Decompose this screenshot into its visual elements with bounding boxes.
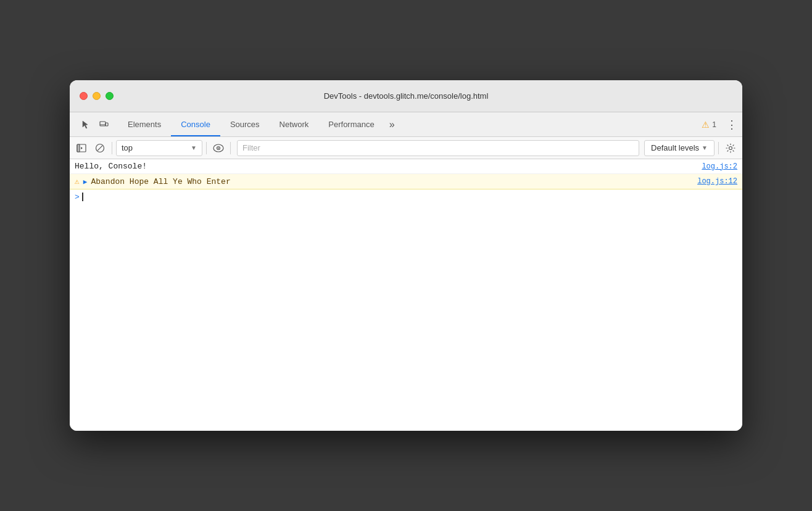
console-toolbar: top ▼ Default levels ▼ bbox=[70, 137, 742, 159]
console-warning-source[interactable]: log.js:12 bbox=[697, 177, 737, 186]
clear-console-button[interactable] bbox=[92, 140, 108, 156]
console-log-text: Hello, Console! bbox=[75, 162, 147, 171]
sidebar-toggle-button[interactable] bbox=[73, 140, 89, 156]
levels-dropdown[interactable]: Default levels ▼ bbox=[644, 140, 715, 156]
titlebar: DevTools - devtools.glitch.me/console/lo… bbox=[70, 80, 742, 112]
console-log-content: Hello, Console! bbox=[75, 162, 702, 171]
warning-icon: ⚠ bbox=[702, 120, 710, 130]
console-warning-content: ⚠ ▶ Abandon Hope All Ye Who Enter bbox=[75, 177, 697, 186]
toolbar-separator-3 bbox=[230, 142, 231, 154]
devtools-icon-group bbox=[72, 112, 118, 136]
devtools-tabs-bar: Elements Console Sources Network Perform… bbox=[70, 112, 742, 137]
console-prompt: > bbox=[75, 193, 80, 202]
more-tabs-button[interactable]: » bbox=[384, 112, 400, 136]
toolbar-separator-2 bbox=[206, 142, 207, 154]
warning-triangle-icon: ⚠ bbox=[75, 177, 80, 186]
filter-input[interactable] bbox=[237, 140, 639, 156]
console-cursor bbox=[82, 193, 83, 201]
tab-performance[interactable]: Performance bbox=[318, 112, 384, 136]
console-settings-button[interactable] bbox=[723, 140, 739, 156]
svg-point-10 bbox=[218, 147, 219, 149]
device-icon-btn[interactable] bbox=[96, 116, 113, 133]
console-input-line[interactable]: > bbox=[70, 189, 742, 204]
window-title: DevTools - devtools.glitch.me/console/lo… bbox=[324, 91, 489, 101]
toolbar-separator bbox=[112, 142, 112, 154]
svg-line-7 bbox=[97, 146, 102, 151]
warning-badge[interactable]: ⚠ 1 bbox=[697, 112, 721, 136]
tab-network[interactable]: Network bbox=[270, 112, 319, 136]
toolbar-separator-4 bbox=[718, 142, 719, 154]
svg-rect-0 bbox=[100, 122, 106, 126]
console-log-line: Hello, Console! log.js:2 bbox=[70, 159, 742, 174]
devtools-menu-button[interactable]: ⋮ bbox=[721, 112, 742, 136]
svg-rect-1 bbox=[106, 123, 108, 126]
maximize-button[interactable] bbox=[106, 92, 114, 100]
svg-point-11 bbox=[729, 146, 732, 149]
console-output: Hello, Console! log.js:2 ⚠ ▶ Abandon Hop… bbox=[70, 159, 742, 431]
tab-console[interactable]: Console bbox=[171, 112, 220, 136]
traffic-lights bbox=[80, 92, 114, 100]
close-button[interactable] bbox=[80, 92, 88, 100]
expand-arrow-icon[interactable]: ▶ bbox=[83, 178, 88, 186]
context-selector[interactable]: top ▼ bbox=[116, 140, 202, 156]
devtools-window: DevTools - devtools.glitch.me/console/lo… bbox=[70, 80, 742, 431]
tab-elements[interactable]: Elements bbox=[118, 112, 171, 136]
minimize-button[interactable] bbox=[93, 92, 101, 100]
eye-icon-btn[interactable] bbox=[210, 140, 226, 156]
svg-rect-4 bbox=[77, 144, 80, 152]
cursor-icon-btn[interactable] bbox=[77, 116, 94, 133]
svg-marker-5 bbox=[81, 147, 83, 149]
console-warning-text: Abandon Hope All Ye Who Enter bbox=[91, 177, 230, 186]
tab-sources[interactable]: Sources bbox=[220, 112, 270, 136]
console-log-source[interactable]: log.js:2 bbox=[702, 162, 737, 171]
console-warning-line: ⚠ ▶ Abandon Hope All Ye Who Enter log.js… bbox=[70, 174, 742, 189]
